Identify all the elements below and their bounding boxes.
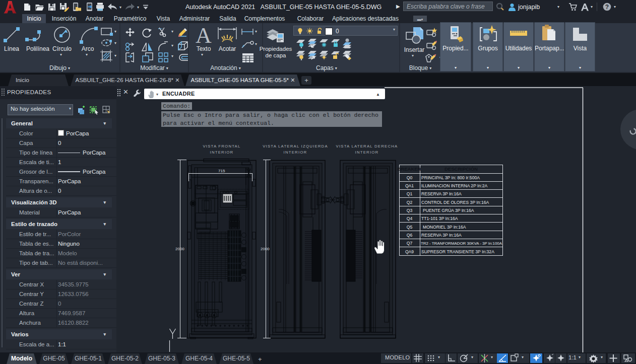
svg-text:QA1: QA1 [405, 183, 414, 188]
svg-text:DESCRIPCIÓN: DESCRIPCIÓN [444, 166, 478, 172]
svg-text:Q5: Q5 [407, 225, 413, 230]
svg-text:715: 715 [218, 169, 225, 173]
svg-text:Q0: Q0 [407, 175, 413, 180]
svg-text:TT1-101 3P In:16A: TT1-101 3P In:16A [421, 216, 458, 221]
svg-text:CONTROL DE OLORES 3P In:16A: CONTROL DE OLORES 3P In:16A [421, 200, 489, 205]
svg-text:PUENTE GRÚA 3P In:16A: PUENTE GRÚA 3P In:16A [423, 208, 474, 213]
svg-text:Q6: Q6 [407, 233, 413, 238]
svg-text:BREAKER: BREAKER [398, 166, 421, 172]
svg-text:VISTA FRONTAL: VISTA FRONTAL [203, 144, 240, 149]
svg-text:VISTA LATERAL IZQUIERDA: VISTA LATERAL IZQUIERDA [263, 144, 328, 149]
svg-text:VISTA LATERAL DERECHA: VISTA LATERAL DERECHA [336, 144, 398, 149]
svg-text:Q4: Q4 [407, 216, 413, 221]
svg-text:?: ? [605, 4, 609, 11]
svg-text:ILUMINACION INTERNA 2P In:2A: ILUMINACION INTERNA 2P In:2A [421, 183, 487, 188]
svg-text:2000: 2000 [175, 247, 184, 251]
svg-text:Q2: Q2 [407, 200, 413, 205]
svg-text:2000: 2000 [261, 247, 270, 251]
svg-text:MONORIEL 3P In:16A: MONORIEL 3P In:16A [423, 225, 466, 230]
svg-text:INTERIOR: INTERIOR [284, 150, 307, 155]
svg-text:QA9: QA9 [405, 249, 414, 254]
svg-text:Q7: Q7 [407, 241, 413, 246]
svg-text:Q3: Q3 [407, 208, 413, 213]
svg-text:SUPRESOR TRANSIENTE 3P In:32A: SUPRESOR TRANSIENTE 3P In:32A [421, 249, 494, 254]
svg-text:INTERIOR: INTERIOR [355, 150, 379, 155]
svg-text:RESERVA 3P In:16A: RESERVA 3P In:16A [421, 233, 462, 238]
svg-text:Q1: Q1 [407, 191, 413, 196]
svg-text:PRINCIPAL 3P In: 800 Ir:500A: PRINCIPAL 3P In: 800 Ir:500A [421, 175, 480, 180]
svg-text:INTERIOR: INTERIOR [210, 150, 234, 155]
svg-text:RESERVA 3P In:16A: RESERVA 3P In:16A [421, 191, 462, 196]
svg-text:TR2 - TRANFORMADOR 30KVA - 3P: TR2 - TRANFORMADOR 30KVA - 3P In:100A [421, 241, 502, 246]
